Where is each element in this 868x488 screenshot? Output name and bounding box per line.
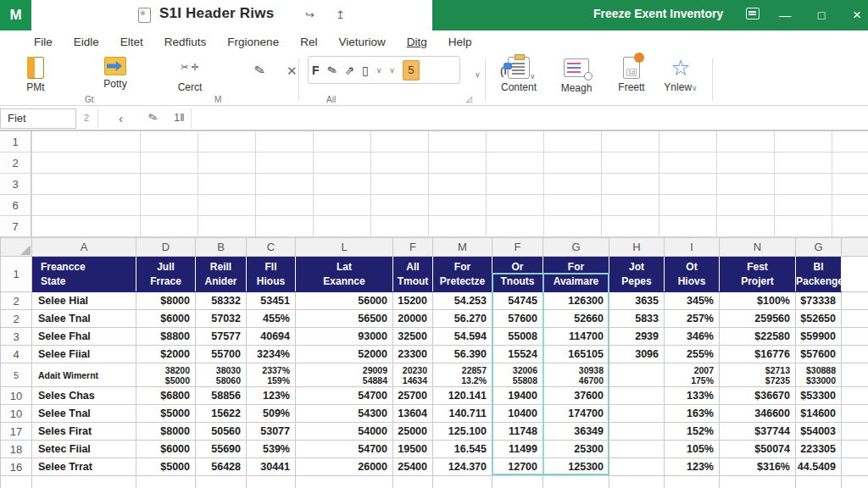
table-header-cell[interactable]: Lat Exannce [296, 257, 393, 292]
cell[interactable]: 346% [665, 328, 720, 346]
cell[interactable]: 19400 [492, 387, 543, 405]
select-all-corner[interactable] [1, 238, 32, 257]
cell[interactable]: Selee Tnal [32, 405, 136, 423]
cell[interactable] [433, 476, 492, 488]
cell[interactable]: 5833 [609, 310, 665, 328]
cell[interactable]: 11499 [492, 441, 543, 458]
cell[interactable]: 57032 [196, 310, 247, 328]
empty-rows-region[interactable]: 12367 [0, 131, 868, 237]
cell[interactable]: 223305 [796, 441, 842, 458]
cell[interactable]: 455% [247, 310, 296, 328]
cell[interactable]: $5000 [136, 458, 196, 476]
cell[interactable] [609, 363, 665, 387]
row-header[interactable]: 4 [1, 346, 32, 363]
cell[interactable]: 54.253 [433, 292, 492, 310]
column-header-A[interactable]: A [32, 238, 136, 257]
cell[interactable] [842, 387, 868, 405]
formula-input[interactable] [191, 108, 868, 129]
cell[interactable]: 54700 [296, 387, 393, 405]
cell[interactable]: 26000 [296, 458, 393, 476]
clear-icon[interactable]: ✕ [287, 64, 298, 79]
cell[interactable]: 58856 [196, 387, 247, 405]
cancel-icon[interactable]: ‹ [119, 111, 123, 125]
menu-item-ditg[interactable]: Ditg [407, 36, 427, 48]
cell[interactable]: 36349 [543, 423, 609, 441]
cell[interactable]: 13604 [393, 405, 433, 423]
cell[interactable] [842, 441, 868, 458]
cell[interactable] [842, 328, 868, 346]
cell[interactable]: Setec Fiial [32, 441, 136, 458]
empty-row[interactable]: 2 [0, 152, 868, 174]
cell[interactable]: 123% [665, 458, 720, 476]
cell[interactable]: $54003 [796, 423, 842, 441]
cell[interactable]: $2713 $7235 [720, 363, 796, 387]
column-header-I[interactable]: I [665, 238, 720, 257]
cell[interactable]: 58332 [196, 292, 247, 310]
column-header-N[interactable]: N [720, 238, 796, 257]
cell[interactable] [665, 476, 720, 488]
paste-button[interactable]: PMt [15, 57, 56, 93]
menu-item-rel[interactable]: Rel [300, 36, 317, 48]
cell[interactable]: 152% [665, 423, 720, 441]
cell[interactable] [842, 363, 868, 387]
chevron-down-icon[interactable]: ∨ [389, 66, 395, 75]
cell[interactable]: Adait Wimernt [32, 363, 136, 387]
copy-button[interactable]: Potty [95, 57, 136, 90]
cell[interactable] [609, 387, 665, 405]
keyboard-icon[interactable] [746, 8, 760, 19]
empty-row[interactable]: 7 [0, 216, 868, 237]
cell[interactable]: $14600 [796, 405, 842, 423]
column-header-H[interactable]: H [609, 238, 665, 257]
dialog-launcher-icon[interactable]: ◿ [466, 95, 472, 103]
table-header-cell[interactable]: For Avaimare [543, 257, 609, 292]
cell[interactable]: 19500 [393, 441, 433, 458]
cell[interactable]: 105% [665, 441, 720, 458]
cell[interactable]: $73338 [796, 292, 842, 310]
cell[interactable]: 93000 [296, 328, 393, 346]
cell[interactable]: 10400 [492, 405, 543, 423]
cell[interactable]: 54700 [296, 441, 393, 458]
cell[interactable]: 44.5409 [796, 458, 842, 476]
empty-row[interactable]: 1 [0, 131, 868, 152]
cell[interactable]: 539% [247, 441, 296, 458]
cell[interactable] [492, 476, 543, 488]
cell[interactable]: 54.594 [433, 328, 492, 346]
cell[interactable]: 2337% 159% [247, 363, 296, 387]
cell[interactable] [842, 292, 868, 310]
cell[interactable]: 54745 [492, 292, 543, 310]
cell[interactable]: $5000 [136, 405, 196, 423]
cell[interactable]: 25400 [393, 458, 433, 476]
cell[interactable] [136, 476, 196, 488]
chevron-down-icon[interactable]: ∨ [376, 66, 382, 75]
cell[interactable] [196, 476, 247, 488]
cell[interactable] [842, 458, 868, 476]
name-box[interactable]: Fiet [0, 108, 76, 129]
cell[interactable] [609, 405, 665, 423]
table-header-cell[interactable]: Or Tnouts [492, 257, 543, 292]
column-header-M[interactable]: M [433, 238, 492, 257]
row-header[interactable]: 2 [1, 310, 32, 328]
cell[interactable]: 11748 [492, 423, 543, 441]
column-header-F[interactable]: F [393, 238, 433, 257]
freett-button[interactable]: Freett [609, 57, 654, 93]
cell[interactable] [842, 423, 868, 441]
table-header-cell[interactable]: Jull Frrace [136, 257, 196, 292]
column-header-C[interactable]: C [247, 238, 296, 257]
menu-item-vieturiow[interactable]: Vieturiow [338, 36, 385, 48]
table-header-cell[interactable]: Freancce State [32, 257, 136, 292]
menu-item-frgionene[interactable]: Frgionene [227, 36, 279, 48]
cell[interactable]: 30441 [247, 458, 296, 476]
app-logo[interactable]: M [0, 0, 31, 30]
cell[interactable]: Selee Trrat [32, 458, 136, 476]
cell[interactable]: 345% [665, 292, 720, 310]
row-header[interactable]: 2 [0, 152, 31, 173]
cell[interactable]: 259560 [720, 310, 796, 328]
cell[interactable]: 15200 [393, 292, 433, 310]
cell[interactable]: 52660 [543, 310, 609, 328]
cell[interactable]: 22857 13.2% [433, 363, 492, 387]
table-header-cell[interactable]: Fest Projert [720, 257, 796, 292]
cell[interactable]: 346600 [720, 405, 796, 423]
pen-icon[interactable]: ✎ [326, 62, 338, 77]
cell[interactable]: Selee Fhal [32, 328, 136, 346]
cell[interactable] [609, 441, 665, 458]
